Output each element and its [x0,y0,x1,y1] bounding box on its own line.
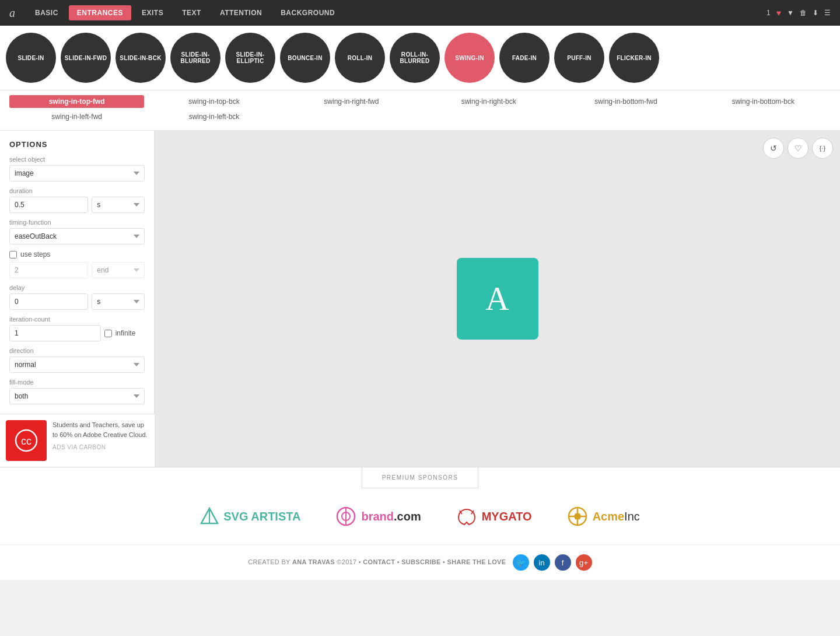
anim-slide-in-bck[interactable]: SLIDE-IN-BCK [116,33,166,83]
top-navigation: a BASIC ENTRANCES EXITS TEXT ATTENTION B… [0,0,840,26]
ad-via: ADS VIA CARBON [52,444,149,450]
iteration-count-input[interactable] [9,325,101,341]
anim-fade-in[interactable]: FADE-IN [499,33,550,83]
delay-input[interactable] [9,293,88,310]
mygato-icon [456,506,477,527]
refresh-button[interactable]: ↺ [763,138,784,159]
footer-subscribe-link[interactable]: SUBSCRIBE [401,558,441,565]
svg-artista-icon [200,507,219,526]
sponsor-mygato[interactable]: MYGATO [456,506,532,527]
brand-icon [335,506,356,527]
acme-icon [567,506,588,527]
delay-unit-dropdown[interactable]: s ms [92,293,145,310]
trash-icon[interactable]: 🗑 [800,9,807,17]
anim-slide-in-elliptic[interactable]: SLIDE-IN-ELLIPTIC [225,33,275,83]
anim-swing-in[interactable]: SWING-IN [444,33,495,83]
sponsor-brand[interactable]: brand.com [335,506,421,527]
submenu-swing-in-left-bck[interactable]: swing-in-left-bck [146,110,281,123]
nav-entrances[interactable]: ENTRANCES [69,5,131,20]
footer-bullet3: • [443,558,447,565]
linkedin-icon[interactable]: in [534,554,550,571]
svg-artista-name: SVG ARTISTA [223,510,300,523]
preview-area: ↺ ♡ {·} A [155,131,840,467]
submenu-swing-in-left-fwd[interactable]: swing-in-left-fwd [9,110,144,123]
left-panel: OPTIONS select object image text shape d… [0,131,155,467]
submenu-swing-in-bottom-fwd[interactable]: swing-in-bottom-fwd [558,95,693,108]
duration-input[interactable] [9,197,88,213]
adobe-cc-icon: cc [15,429,38,452]
iteration-count-label: iteration-count [9,316,145,323]
footer-share-link[interactable]: SHARE THE LOVE [447,558,506,565]
likes-count: 1 [766,9,771,17]
nav-attention[interactable]: ATTENTION [212,5,270,20]
heart-icon[interactable]: ♥ [776,8,781,18]
ad-logo[interactable]: cc [6,420,47,461]
ad-banner: cc Students and Teachers, save up to 60%… [0,414,155,467]
anim-slide-in-blurred[interactable]: SLIDE-IN-BLURRED [170,33,220,83]
nav-exits[interactable]: EXITS [134,5,172,20]
brand-name: brand.com [361,510,421,523]
facebook-icon[interactable]: f [555,554,571,571]
mygato-name: MYGATO [482,510,532,523]
footer-contact-link[interactable]: CONTACT [363,558,395,565]
steps-input[interactable] [9,262,88,278]
submenu-swing-in-right-bck[interactable]: swing-in-right-bck [421,95,556,108]
infinite-row: infinite [104,325,145,341]
steps-row: end start [9,262,145,278]
nav-basic[interactable]: BASIC [27,5,66,20]
nav-background[interactable]: BACKGROUND [272,5,343,20]
steps-end-dropdown[interactable]: end start [92,262,145,278]
submenu-swing-in-bottom-bck[interactable]: swing-in-bottom-bck [696,95,831,108]
ad-text: Students and Teachers, save up to 60% on… [52,420,149,439]
anim-puff-in[interactable]: PUFF-IN [554,33,604,83]
code-button[interactable]: {·} [812,138,833,159]
footer-created-by: CREATED BY [248,558,290,565]
main-content: OPTIONS select object image text shape d… [0,131,840,467]
filter-icon[interactable]: ▼ [787,9,794,17]
menu-icon[interactable]: ☰ [824,9,831,17]
use-steps-row: use steps [9,250,145,258]
anim-slide-in[interactable]: SLIDE-IN [6,33,56,83]
use-steps-checkbox[interactable] [9,251,17,258]
ad-inner: cc Students and Teachers, save up to 60%… [0,414,155,467]
anim-roll-in[interactable]: ROLL-IN [335,33,385,83]
nav-items: BASIC ENTRANCES EXITS TEXT ATTENTION BAC… [27,5,766,20]
submenu-swing-in-right-fwd[interactable]: swing-in-right-fwd [284,95,419,108]
delay-label: delay [9,284,145,291]
iteration-count-row: infinite [9,325,145,341]
footer-year: ©2017 [337,558,356,565]
nav-text[interactable]: TEXT [174,5,209,20]
duration-unit-dropdown[interactable]: s ms [92,197,145,213]
anim-flicker-in[interactable]: FLICKER-IN [609,33,659,83]
anim-roll-in-blurred[interactable]: ROLL-IN-BLURRED [390,33,440,83]
anim-bounce-in[interactable]: BOUNCE-IN [280,33,330,83]
infinite-label: infinite [116,329,136,337]
footer-author-link[interactable]: ANA TRAVAS [292,558,335,565]
infinite-checkbox[interactable] [104,330,112,337]
like-button[interactable]: ♡ [788,138,808,159]
sponsor-acme[interactable]: AcmeInc [567,506,640,527]
nav-right: 1 ♥ ▼ 🗑 ⬇ ☰ [766,8,831,18]
options-panel: OPTIONS select object image text shape d… [0,131,155,414]
timing-function-dropdown[interactable]: easeOutBack linear ease ease-in ease-out… [9,228,145,244]
footer-social-icons: 🐦 in f g+ [513,554,592,571]
svg-text:cc: cc [21,435,32,447]
sponsors-header: PREMIUM SPONSORS [362,467,478,488]
duration-row: s ms [9,197,145,213]
direction-dropdown[interactable]: normal reverse alternate alternate-rever… [9,357,145,373]
download-icon[interactable]: ⬇ [813,9,818,17]
submenu-swing-in-top-fwd[interactable]: swing-in-top-fwd [9,95,144,108]
select-object-dropdown[interactable]: image text shape [9,165,145,181]
google-plus-icon[interactable]: g+ [576,554,592,571]
duration-label: duration [9,187,145,194]
submenu-swing-in-top-bck[interactable]: swing-in-top-bck [146,95,281,108]
ad-content: Students and Teachers, save up to 60% on… [52,420,149,450]
twitter-icon[interactable]: 🐦 [513,554,529,571]
submenu-row: swing-in-top-fwd swing-in-top-bck swing-… [0,90,840,131]
anim-slide-in-fwd[interactable]: SLIDE-IN-FWD [61,33,111,83]
timing-function-label: timing-function [9,219,145,226]
use-steps-label: use steps [20,250,50,258]
fill-mode-dropdown[interactable]: both none forwards backwards [9,388,145,404]
options-title: OPTIONS [9,140,145,149]
sponsor-svg-artista[interactable]: SVG ARTISTA [200,507,300,526]
